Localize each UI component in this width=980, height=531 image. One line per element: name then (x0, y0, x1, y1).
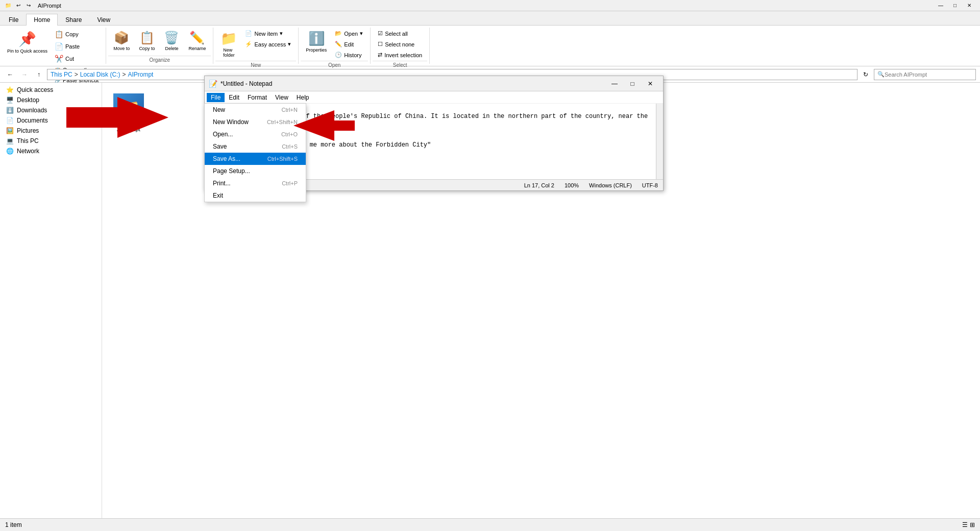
grid-view-btn[interactable]: ⊞ (970, 521, 975, 528)
sidebar: ⭐Quick access 🖥️Desktop ⬇️Downloads 📄Doc… (0, 83, 102, 518)
open-group-label: Open (301, 61, 368, 69)
select-all-btn[interactable]: ☑ Select all (375, 29, 411, 38)
tab-view[interactable]: View (89, 14, 118, 26)
sidebar-item-downloads[interactable]: ⬇️Downloads (0, 105, 102, 115)
history-btn[interactable]: 🕒 History (332, 50, 366, 60)
folder-icon: 📁 (113, 93, 144, 124)
forward-btn[interactable]: → (18, 68, 31, 81)
notepad-encoding: UTF-8 (642, 182, 658, 188)
tab-file[interactable]: File (1, 14, 26, 26)
menu-new-window[interactable]: New Window Ctrl+Shift+N (205, 116, 306, 128)
ribbon-tabs: File Home Share View (0, 11, 980, 26)
tab-share[interactable]: Share (58, 14, 89, 26)
sidebar-item-quickaccess[interactable]: ⭐Quick access (0, 85, 102, 95)
edit-btn[interactable]: ✏️ Edit (332, 39, 366, 49)
select-none-btn[interactable]: ☐ Select none (375, 39, 418, 49)
ribbon-group-new: 📁 Newfolder 📄 New item ▾ ⚡ Easy access ▾… (213, 28, 299, 64)
notepad-titlebar: 📝 *Untitled - Notepad — □ ✕ (205, 76, 663, 91)
copy-to-btn[interactable]: 📋 Copy to (136, 29, 158, 53)
invert-selection-btn[interactable]: ⇄ Invert selection (375, 50, 425, 60)
notepad-title: 📝 *Untitled - Notepad (209, 80, 272, 88)
organize-group-label: Organize (108, 56, 211, 64)
refresh-btn[interactable]: ↻ (860, 68, 872, 81)
status-count: 1 item (5, 521, 22, 528)
ribbon-content: 📌 Pin to Quick access 📋 Copy 📄 Paste ✂️ … (0, 26, 980, 66)
file-label-aiprompt: AIPrompt (117, 126, 140, 132)
notepad-menu-file[interactable]: File (207, 93, 225, 102)
menu-save-as[interactable]: Save As... Ctrl+Shift+S (205, 153, 306, 165)
minimize-btn[interactable]: — (934, 1, 947, 10)
properties-btn[interactable]: ℹ️ Properties (303, 29, 330, 55)
copy-btn[interactable]: 📋 Copy (52, 29, 102, 40)
path-thispc[interactable]: This PC (51, 71, 72, 78)
menu-save[interactable]: Save Ctrl+S (205, 140, 306, 153)
undo-btn[interactable]: ↩ (14, 2, 22, 10)
new-folder-btn[interactable]: 📁 Newfolder (217, 29, 240, 60)
notepad-close-btn[interactable]: ✕ (642, 77, 659, 91)
redo-btn[interactable]: ↪ (24, 2, 33, 10)
back-btn[interactable]: ← (4, 68, 16, 81)
new-group-label: New (215, 61, 296, 69)
menu-page-setup[interactable]: Page Setup... (205, 165, 306, 177)
close-btn[interactable]: ✕ (963, 1, 976, 10)
notepad-minimize-btn[interactable]: — (606, 77, 623, 91)
ribbon-group-open: ℹ️ Properties 📂 Open ▾ ✏️ Edit 🕒 History (299, 28, 371, 64)
window-title: AIPrompt (38, 3, 61, 9)
notepad-line-ending: Windows (CRLF) (589, 182, 632, 188)
select-group-label: Select (373, 61, 427, 69)
notepad-menu-format[interactable]: Format (243, 93, 271, 102)
notepad-menu-help[interactable]: Help (292, 93, 313, 102)
path-localdisk[interactable]: Local Disk (C:) (80, 71, 120, 78)
pin-to-quick-access-btn[interactable]: 📌 Pin to Quick access (4, 29, 51, 56)
list-view-btn[interactable]: ☰ (962, 521, 968, 528)
notepad-menu-edit[interactable]: Edit (225, 93, 243, 102)
notepad-menu-view[interactable]: View (271, 93, 292, 102)
easy-access-btn[interactable]: ⚡ Easy access ▾ (242, 39, 294, 49)
file-item-aiprompt[interactable]: 📁 AIPrompt (108, 89, 149, 137)
rename-btn[interactable]: ✏️ Rename (185, 29, 209, 53)
menu-exit[interactable]: Exit (205, 189, 306, 202)
ribbon-group-clipboard: 📌 Pin to Quick access 📋 Copy 📄 Paste ✂️ … (0, 28, 106, 64)
notepad-position: Ln 17, Col 2 (524, 182, 554, 188)
cut-btn[interactable]: ✂️ Cut (52, 53, 102, 64)
maximize-btn[interactable]: □ (948, 1, 962, 10)
sidebar-item-documents[interactable]: 📄Documents (0, 115, 102, 126)
menu-new[interactable]: New Ctrl+N (205, 104, 306, 116)
menu-print[interactable]: Print... Ctrl+P (205, 177, 306, 189)
menu-open[interactable]: Open... Ctrl+O (205, 128, 306, 140)
sidebar-item-pictures[interactable]: 🖼️Pictures (0, 126, 102, 136)
notepad-menubar: File Edit Format View Help (205, 91, 663, 104)
open-btn[interactable]: 📂 Open ▾ (332, 29, 366, 38)
up-btn[interactable]: ↑ (33, 68, 45, 81)
title-bar: 📁 ↩ ↪ AIPrompt — □ ✕ (0, 0, 980, 11)
notepad-zoom: 100% (565, 182, 579, 188)
search-input[interactable] (885, 71, 972, 78)
sidebar-item-thispc[interactable]: 💻This PC (0, 136, 102, 146)
sidebar-item-desktop[interactable]: 🖥️Desktop (0, 95, 102, 105)
ribbon-group-select: ☑ Select all ☐ Select none ⇄ Invert sele… (371, 28, 430, 64)
file-dropdown-menu: New Ctrl+N New Window Ctrl+Shift+N Open.… (204, 103, 306, 202)
app-icon: 📁 (4, 2, 12, 10)
ribbon-group-organize: 📦 Move to 📋 Copy to 🗑️ Delete ✏️ (106, 28, 213, 64)
search-box: 🔍 (874, 69, 976, 80)
notepad-scrollbar[interactable] (656, 104, 663, 179)
tab-home[interactable]: Home (26, 14, 58, 26)
path-aiprompt[interactable]: AIPrompt (128, 71, 153, 78)
notepad-maximize-btn[interactable]: □ (624, 77, 641, 91)
sidebar-item-network[interactable]: 🌐Network (0, 146, 102, 156)
status-bar: 1 item ☰ ⊞ (0, 518, 980, 530)
new-item-btn[interactable]: 📄 New item ▾ (242, 29, 294, 38)
paste-btn[interactable]: 📄 Paste (52, 41, 102, 52)
move-to-btn[interactable]: 📦 Move to (110, 29, 133, 53)
delete-btn[interactable]: 🗑️ Delete (161, 29, 182, 53)
